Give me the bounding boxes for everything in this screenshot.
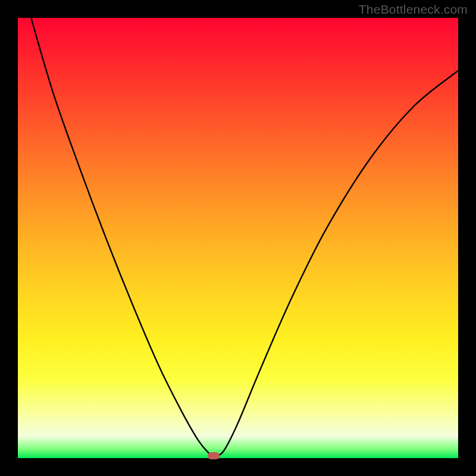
watermark-text: TheBottleneck.com (359, 2, 468, 17)
bottleneck-curve (31, 18, 458, 456)
curve-svg (18, 18, 458, 458)
plot-area (18, 18, 458, 458)
optimal-point-marker (208, 452, 220, 459)
